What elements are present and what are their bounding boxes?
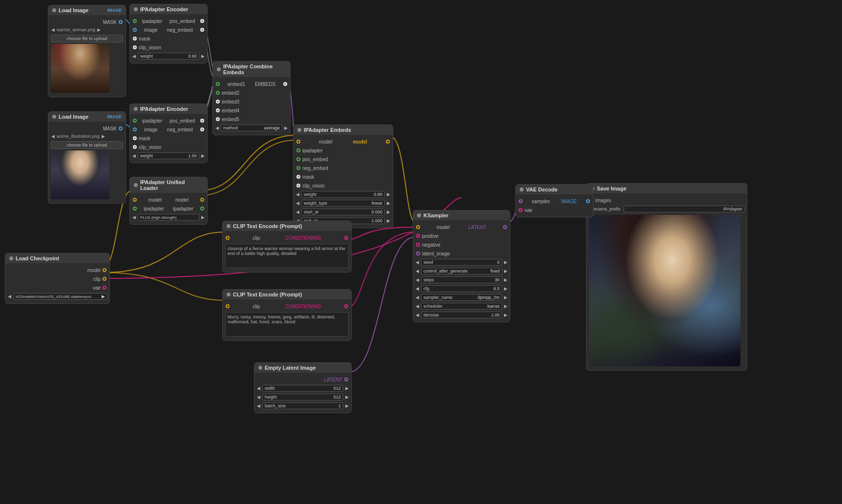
model-ks-in[interactable] — [416, 225, 420, 229]
left-arrow2[interactable]: ◀ — [51, 134, 55, 139]
ipadapter-in2[interactable] — [133, 119, 137, 123]
right-arrow2[interactable]: ▶ — [101, 134, 105, 139]
weight-track2[interactable]: weight 1.50 — [138, 152, 199, 159]
preset-right[interactable]: ▶ — [201, 215, 205, 220]
weight-right2[interactable]: ▶ — [201, 153, 205, 158]
positive-ks-in[interactable] — [416, 234, 420, 238]
conditioning-out2[interactable] — [344, 304, 348, 308]
clip-vision-emb-in[interactable] — [296, 184, 300, 188]
start-right[interactable]: ▶ — [386, 210, 391, 214]
control-left[interactable]: ◀ — [415, 269, 420, 273]
neg-embed-out2[interactable] — [200, 127, 204, 131]
mask-port2[interactable] — [119, 126, 123, 130]
seed-track[interactable]: seed 0 — [421, 259, 502, 266]
model-port[interactable] — [103, 268, 106, 272]
mask-in2[interactable] — [133, 136, 137, 140]
wtype-left[interactable]: ◀ — [295, 201, 300, 206]
upload-button[interactable]: choose file to upload — [51, 35, 123, 42]
preset-left[interactable]: ◀ — [132, 215, 136, 220]
scheduler-right[interactable]: ▶ — [504, 304, 508, 309]
scheduler-left[interactable]: ◀ — [415, 304, 420, 309]
batch-track[interactable]: batch_size 1 — [262, 402, 343, 409]
clip-vision-in2[interactable] — [133, 145, 137, 149]
negative-prompt[interactable]: blurry, noisy, messy, lowres, jpeg, arti… — [225, 312, 349, 336]
seed-left[interactable]: ◀ — [415, 260, 420, 265]
cfg-right[interactable]: ▶ — [504, 286, 508, 291]
latent-ks-out[interactable] — [503, 225, 507, 229]
denoise-right[interactable]: ▶ — [504, 313, 508, 317]
vae-port[interactable] — [103, 286, 106, 290]
left-arrow[interactable]: ◀ — [51, 27, 55, 32]
right-arrow[interactable]: ▶ — [97, 27, 101, 32]
sampler-track[interactable]: sampler_name dpmpp_2m — [421, 294, 502, 301]
height-right[interactable]: ▶ — [345, 395, 349, 399]
clip-port[interactable] — [103, 277, 106, 281]
height-track[interactable]: height 512 — [262, 394, 343, 400]
model-left[interactable]: ◀ — [7, 294, 12, 299]
attn-mask-in[interactable] — [296, 175, 300, 179]
mask-in[interactable] — [133, 37, 137, 41]
clip-cond-in2[interactable] — [226, 304, 230, 308]
image-vae-out-2[interactable] — [586, 199, 590, 203]
width-left[interactable]: ◀ — [256, 386, 261, 391]
neg-emb-in[interactable] — [296, 166, 300, 170]
weight-emb-right[interactable]: ▶ — [386, 192, 391, 197]
conditioning-out[interactable] — [344, 236, 348, 240]
samples-2-in[interactable] — [519, 199, 523, 203]
neg-embed-out[interactable] — [200, 28, 204, 32]
vae-2-in[interactable] — [519, 208, 523, 212]
ipadapter-emb-in[interactable] — [296, 148, 300, 152]
model-emb-out[interactable] — [386, 140, 390, 144]
weight-emb-left[interactable]: ◀ — [295, 192, 300, 197]
preset-dropdown[interactable]: PLUS (high strength) — [138, 214, 199, 221]
clip-vision-in[interactable] — [133, 45, 137, 49]
embed1-in[interactable] — [216, 82, 220, 86]
model-out-u[interactable] — [200, 198, 204, 202]
embed2-in[interactable] — [216, 91, 220, 95]
sampler-left[interactable]: ◀ — [415, 295, 420, 300]
pos-embed-out[interactable] — [200, 19, 204, 23]
embed5-in[interactable] — [216, 117, 220, 121]
negative-ks-in[interactable] — [416, 243, 420, 247]
method-track[interactable]: method average — [221, 125, 282, 131]
weight-right[interactable]: ▶ — [201, 54, 205, 59]
steps-track[interactable]: steps 30 — [421, 276, 502, 283]
weight-track[interactable]: weight 0.60 — [138, 53, 199, 60]
seed-right[interactable]: ▶ — [504, 260, 508, 265]
height-left[interactable]: ◀ — [256, 395, 261, 399]
weight-left[interactable]: ◀ — [132, 54, 136, 59]
model-dropdown[interactable]: d15/realisticVisionV51_v51VAE.safetensor… — [13, 293, 107, 300]
latent-ks-in[interactable] — [416, 252, 420, 255]
ipadapter-in-u[interactable] — [133, 207, 137, 210]
model-in-u[interactable] — [133, 198, 137, 202]
steps-left[interactable]: ◀ — [415, 277, 420, 282]
batch-right[interactable]: ▶ — [345, 403, 349, 408]
positive-prompt[interactable]: closeup of a fierce warrior woman wearin… — [225, 244, 349, 268]
ipadapter-in[interactable] — [133, 19, 137, 23]
weight-left2[interactable]: ◀ — [132, 153, 136, 158]
end-right[interactable]: ▶ — [386, 218, 391, 223]
embed3-in[interactable] — [216, 100, 220, 104]
batch-left[interactable]: ◀ — [256, 403, 261, 408]
cfg-track[interactable]: cfg 6.5 — [421, 285, 502, 292]
pos-emb-in[interactable] — [296, 157, 300, 161]
width-right[interactable]: ▶ — [345, 386, 349, 391]
image-in[interactable] — [133, 28, 137, 32]
wtype-right[interactable]: ▶ — [386, 201, 391, 206]
ipadapter-out-u[interactable] — [200, 207, 204, 210]
scheduler-track[interactable]: scheduler karras — [421, 303, 502, 310]
cfg-left[interactable]: ◀ — [415, 286, 420, 291]
pos-embed-out2[interactable] — [200, 119, 204, 123]
width-track[interactable]: width 512 — [262, 385, 343, 392]
latent-out[interactable] — [344, 378, 348, 381]
weight-emb-track[interactable]: weight 0.80 — [301, 191, 385, 198]
start-left[interactable]: ◀ — [295, 210, 300, 214]
start-at-track[interactable]: start_at 0.000 — [301, 209, 385, 215]
control-right[interactable]: ▶ — [504, 269, 508, 273]
mask-port[interactable] — [119, 20, 123, 24]
denoise-left[interactable]: ◀ — [415, 313, 420, 317]
clip-cond-in[interactable] — [226, 236, 230, 240]
method-left[interactable]: ◀ — [215, 126, 219, 130]
image-in2[interactable] — [133, 127, 137, 131]
control-track[interactable]: control_after_generate fixed — [421, 268, 502, 274]
